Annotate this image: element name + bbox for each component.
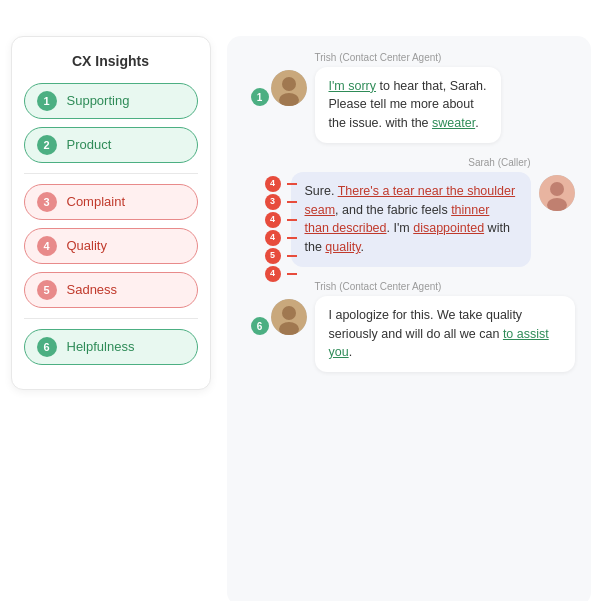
indicator-4a: 4: [265, 176, 281, 192]
insight-badge-2: 2: [37, 135, 57, 155]
insight-badge-6: 6: [37, 337, 57, 357]
insight-label-supporting: Supporting: [67, 93, 130, 108]
agent-avatar-2: [271, 299, 307, 335]
insight-item-supporting[interactable]: 1 Supporting: [24, 83, 198, 119]
text-quality: quality: [325, 240, 360, 254]
insight-label-complaint: Complaint: [67, 194, 126, 209]
agent-sender-label-1: Trish (Contact Center Agent): [315, 52, 442, 63]
indicator-4d: 4: [265, 266, 281, 282]
divider-2: [24, 318, 198, 319]
text-sweater: sweater: [432, 116, 475, 130]
chat-message-1: 1 Trish (Contact Center Agent) I'm sorry…: [271, 52, 575, 143]
insight-item-helpfulness[interactable]: 6 Helpfulness: [24, 329, 198, 365]
indicator-5: 5: [265, 248, 281, 264]
indicator-1: 1: [251, 88, 269, 106]
svg-point-7: [282, 306, 296, 320]
insight-label-sadness: Sadness: [67, 282, 118, 297]
chat-panel: 1 Trish (Contact Center Agent) I'm sorry…: [227, 36, 591, 602]
agent-avatar-1: [271, 70, 307, 106]
insight-item-sadness[interactable]: 5 Sadness: [24, 272, 198, 308]
agent-sender-label-2: Trish (Contact Center Agent): [315, 281, 442, 292]
svg-point-4: [550, 182, 564, 196]
insight-label-quality: Quality: [67, 238, 107, 253]
indicator-4b: 4: [265, 212, 281, 228]
indicator-3: 3: [265, 194, 281, 210]
caller-bubble: 4 3 4 4: [291, 172, 531, 267]
caller-avatar: [539, 175, 575, 211]
insight-badge-5: 5: [37, 280, 57, 300]
insight-badge-1: 1: [37, 91, 57, 111]
panel-title: CX Insights: [24, 53, 198, 69]
chat-message-3: 6 Trish (Contact Center Agent) I apologi…: [271, 281, 575, 372]
insight-badge-3: 3: [37, 192, 57, 212]
caller-sender-label: Sarah (Caller): [468, 157, 530, 168]
insight-label-helpfulness: Helpfulness: [67, 339, 135, 354]
caller-text-sure: Sure.: [305, 184, 338, 198]
insight-item-complaint[interactable]: 3 Complaint: [24, 184, 198, 220]
insight-item-product[interactable]: 2 Product: [24, 127, 198, 163]
indicator-6: 6: [251, 317, 269, 335]
insight-badge-4: 4: [37, 236, 57, 256]
divider-1: [24, 173, 198, 174]
agent-bubble-1: I'm sorry to hear that, Sarah. Please te…: [315, 67, 501, 143]
text-im-sorry: I'm sorry: [329, 79, 377, 93]
svg-point-1: [282, 77, 296, 91]
chat-message-2: Sarah (Caller) 4 3: [271, 157, 575, 267]
indicator-4c: 4: [265, 230, 281, 246]
insight-label-product: Product: [67, 137, 112, 152]
text-disappointed: disappointed: [413, 221, 484, 235]
cx-insights-panel: CX Insights 1 Supporting 2 Product 3 Com…: [11, 36, 211, 390]
insight-item-quality[interactable]: 4 Quality: [24, 228, 198, 264]
agent-bubble-2: I apologize for this. We take quality se…: [315, 296, 575, 372]
